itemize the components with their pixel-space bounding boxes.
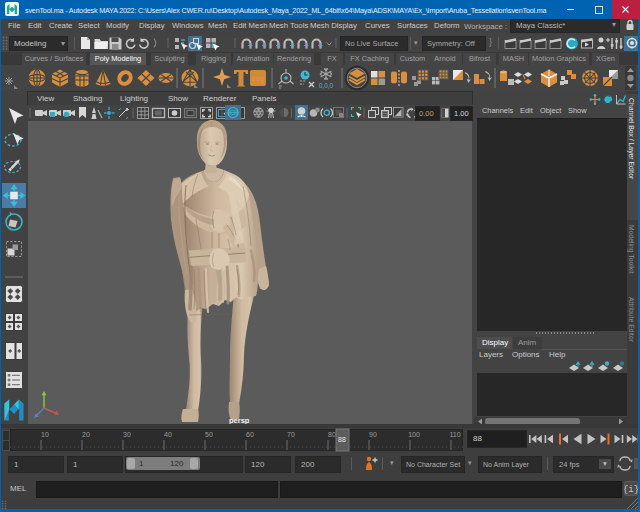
svg-text:10: 10	[41, 431, 49, 438]
svg-text:0,0,0: 0,0,0	[319, 82, 334, 89]
svg-text:88: 88	[338, 436, 346, 443]
svg-text:80: 80	[328, 431, 336, 438]
svg-text:100: 100	[408, 431, 420, 438]
svg-text:{i}: {i}	[623, 485, 639, 495]
svg-text:30: 30	[123, 431, 131, 438]
svg-text:50: 50	[205, 431, 213, 438]
svg-text:svg: svg	[252, 74, 265, 83]
svg-text:20: 20	[82, 431, 90, 438]
svg-text:110: 110	[449, 431, 460, 438]
svg-text:40: 40	[164, 431, 172, 438]
svg-text:70: 70	[287, 431, 295, 438]
svg-text:60: 60	[246, 431, 254, 438]
svg-text:90: 90	[369, 431, 377, 438]
